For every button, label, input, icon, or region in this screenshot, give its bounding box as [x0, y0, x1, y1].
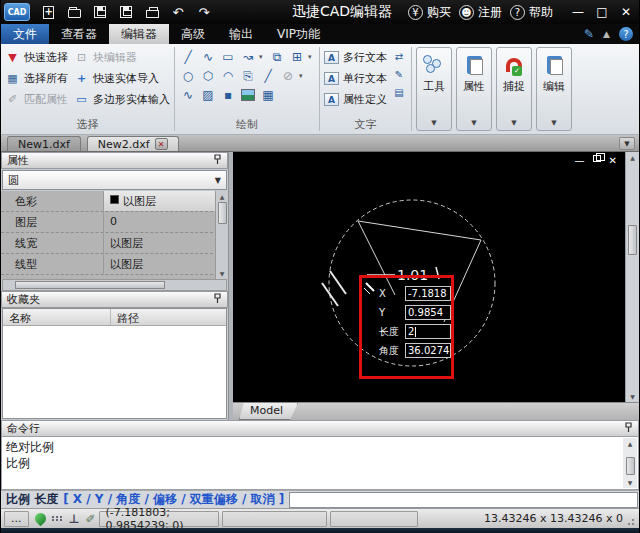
command-history[interactable]: 绝对比例 比例 ▲ ▼ [1, 437, 639, 490]
edit-menu-button[interactable]: 编辑 ▼ [536, 47, 572, 131]
scroll-up-icon[interactable]: ▲ [628, 438, 633, 449]
arc-icon[interactable]: ◠ [219, 68, 237, 84]
paste-block-icon[interactable]: ⎘ [239, 68, 257, 84]
pin-icon[interactable] [213, 293, 222, 307]
register-button[interactable]: ☻ 注册 [459, 4, 502, 21]
scroll-down-icon[interactable]: ▼ [630, 391, 635, 402]
tab-list-dropdown-icon[interactable]: ▼ [619, 137, 635, 150]
property-row-lineweight[interactable]: 线宽 以图层 [1, 233, 228, 254]
save-icon[interactable] [92, 5, 108, 20]
match-properties-button[interactable]: ✐匹配属性 [5, 91, 68, 108]
field-icon[interactable]: ⇄ [391, 49, 407, 63]
new-file-icon[interactable] [40, 5, 56, 20]
xline-icon[interactable]: ╱ [259, 68, 277, 84]
quick-entity-import-button[interactable]: +快速实体导入 [74, 70, 170, 87]
statusbar-overflow-button[interactable]: ... [4, 511, 29, 527]
pin-icon[interactable] [213, 154, 222, 168]
mdi-restore-icon[interactable] [593, 155, 601, 162]
open-file-icon[interactable] [66, 5, 82, 20]
favorites-col-path[interactable]: 路径 [111, 309, 145, 325]
scroll-down-icon[interactable]: ▼ [628, 477, 633, 488]
minimize-button[interactable]: — [571, 5, 585, 19]
scroll-thumb[interactable] [626, 457, 635, 475]
property-row-linetype[interactable]: 线型 以图层 [1, 254, 228, 275]
menu-tab-editor[interactable]: 编辑器 [109, 24, 169, 44]
property-hscrollbar[interactable] [2, 279, 227, 291]
block-icon[interactable]: ⊞ [288, 49, 306, 65]
image-icon[interactable] [239, 87, 257, 103]
block-editor-button[interactable]: ⊡块编辑器 [74, 49, 170, 66]
menu-tab-file[interactable]: 文件 [1, 24, 49, 44]
menu-tab-viewer[interactable]: 查看器 [49, 24, 109, 44]
help-button[interactable]: ? 帮助 [510, 4, 553, 21]
spline-icon[interactable]: ∿ [199, 49, 217, 65]
menu-tab-output[interactable]: 输出 [217, 24, 265, 44]
mdi-minimize-icon[interactable]: — [575, 155, 585, 166]
scroll-up-icon[interactable]: ▲ [220, 191, 225, 202]
point-icon[interactable]: ▪ [219, 87, 237, 103]
polyline-icon[interactable]: ↝ [239, 49, 257, 65]
model-tab[interactable]: Model [239, 403, 298, 420]
singleline-text-button[interactable]: A单行文本 [324, 70, 387, 87]
polyline-dropdown-icon[interactable]: ▾ [259, 53, 266, 61]
property-row-color[interactable]: 色彩 以图层▼ [1, 191, 228, 212]
entity-type-selector[interactable]: 圆 ▼ [2, 170, 227, 190]
select-all-button[interactable]: ▦选择所有 [5, 70, 68, 87]
collapse-ribbon-icon[interactable]: ▲ [603, 29, 610, 39]
drawing-size-display: 13.43246 x 13.43246 x 0 [478, 511, 627, 527]
property-row-layer[interactable]: 图层 0 [1, 212, 228, 233]
menu-tab-vip[interactable]: VIP功能 [265, 24, 332, 44]
save-as-icon[interactable] [118, 5, 134, 20]
doc-tab-new2[interactable]: New2.dxf ✕ [87, 136, 179, 151]
copy-entity-icon[interactable]: ⧉ [268, 49, 286, 65]
maximize-button[interactable]: □ [595, 5, 609, 19]
circle-icon[interactable]: ○ [179, 68, 197, 84]
hscroll-thumb[interactable] [15, 281, 165, 289]
property-scrollbar[interactable]: ▲ ▼ [215, 191, 228, 279]
favorites-col-name[interactable]: 名称 [3, 309, 111, 325]
close-button[interactable]: ✕ [619, 5, 633, 19]
undo-icon[interactable]: ↶ [170, 5, 186, 20]
edit-text-icon[interactable]: ▤ [391, 85, 407, 99]
command-scrollbar[interactable]: ▲ ▼ [623, 438, 637, 488]
buy-button[interactable]: ¥ 购买 [408, 4, 451, 21]
ellipse-icon[interactable]: ⬡ [199, 68, 217, 84]
polygon-entity-input-button[interactable]: ▭多边形实体输入 [74, 91, 170, 108]
help-icon[interactable]: ? [619, 27, 633, 41]
table-icon[interactable]: ▦ [259, 87, 277, 103]
pen-style-icon[interactable]: ✎ [584, 27, 594, 41]
snap-menu-button[interactable]: ✓ 捕捉 ▼ [496, 47, 532, 131]
sketch-toggle-icon[interactable]: ✐ [85, 512, 95, 526]
marker-snap-icon[interactable] [35, 513, 46, 524]
region-dropdown-icon[interactable]: ▾ [299, 72, 306, 80]
hatch-icon[interactable]: ▨ [199, 87, 217, 103]
command-input[interactable] [289, 492, 638, 508]
block-dropdown-icon[interactable]: ▾ [308, 53, 315, 61]
scroll-thumb[interactable] [628, 225, 637, 255]
print-icon[interactable] [144, 5, 160, 20]
close-tab-icon[interactable]: ✕ [155, 138, 168, 150]
scroll-thumb[interactable] [218, 202, 227, 224]
quick-select-button[interactable]: ▼快速选择 [5, 49, 68, 66]
canvas-scrollbar[interactable]: ▲ ▼ [625, 152, 639, 402]
redo-icon[interactable]: ↷ [196, 5, 212, 20]
grid-toggle-icon[interactable] [52, 516, 63, 521]
scroll-up-icon[interactable]: ▲ [630, 152, 635, 163]
freehand-icon[interactable]: ∿ [179, 87, 197, 103]
multiline-text-button[interactable]: A多行文本 [324, 49, 387, 66]
resize-grip[interactable] [627, 512, 637, 526]
ortho-toggle-icon[interactable]: ⊥ [69, 512, 80, 526]
menu-tab-advanced[interactable]: 高级 [169, 24, 217, 44]
properties-menu-button[interactable]: 属性 ▼ [456, 47, 492, 131]
tools-menu-button[interactable]: 工具 ▼ [416, 47, 452, 131]
scroll-down-icon[interactable]: ▼ [220, 268, 225, 279]
attribute-define-button[interactable]: A属性定义 [324, 91, 387, 108]
doc-tab-new1[interactable]: New1.dxf [7, 136, 81, 151]
pin-icon[interactable] [624, 422, 633, 436]
rectangle-icon[interactable]: ▭ [219, 49, 237, 65]
text-style-icon[interactable]: ✎ [391, 67, 407, 81]
drawing-canvas[interactable]: — ✕ 1.01 [233, 152, 625, 402]
region-icon[interactable]: ⊘ [279, 68, 297, 84]
mdi-close-icon[interactable]: ✕ [609, 155, 617, 166]
line-icon[interactable]: ╱ [179, 49, 197, 65]
